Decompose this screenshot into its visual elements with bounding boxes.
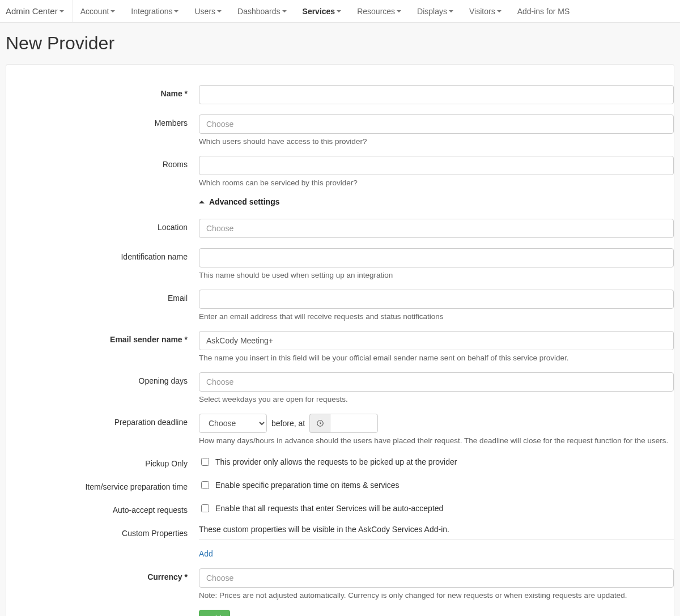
- nav-item-label: Resources: [357, 7, 395, 16]
- pickup-only-checkbox[interactable]: [201, 458, 209, 466]
- pickup-only-row[interactable]: This provider only allows the requests t…: [199, 455, 674, 468]
- auto-accept-row[interactable]: Enable that all requests that enter Serv…: [199, 502, 674, 514]
- email-label: Email: [6, 290, 199, 303]
- form-panel: Name * Members Which users should have a…: [6, 64, 674, 616]
- chevron-down-icon: [110, 10, 115, 12]
- caret-up-icon: [199, 201, 205, 203]
- prep-time-label: Item/service preparation time: [6, 478, 199, 491]
- members-input[interactable]: [199, 114, 674, 134]
- email-sender-input[interactable]: [199, 331, 674, 350]
- location-label: Location: [6, 219, 199, 232]
- nav-item-integrations[interactable]: Integrations: [123, 0, 186, 22]
- chevron-down-icon: [449, 10, 453, 12]
- prep-time-checkbox[interactable]: [201, 481, 209, 489]
- prep-deadline-label: Preparation deadline: [6, 414, 199, 427]
- rooms-help: Which rooms can be serviced by this prov…: [199, 179, 674, 187]
- nav-item-label: Services: [303, 7, 335, 16]
- page-title: New Provider: [6, 33, 680, 54]
- prep-deadline-help: How many days/hours in advance should th…: [199, 436, 674, 445]
- chevron-down-icon: [282, 10, 287, 12]
- nav-item-label: Users: [194, 7, 215, 16]
- identification-input[interactable]: [199, 248, 674, 267]
- nav-items: AccountIntegrationsUsersDashboardsServic…: [73, 0, 578, 22]
- nav-item-users[interactable]: Users: [186, 0, 230, 22]
- nav-item-dashboards[interactable]: Dashboards: [230, 0, 295, 22]
- prep-deadline-select[interactable]: Choose: [199, 414, 267, 433]
- custom-props-label: Custom Properties: [6, 525, 199, 538]
- rooms-input[interactable]: [199, 156, 674, 175]
- chevron-down-icon: [397, 10, 401, 12]
- nav-item-add-ins-for-ms[interactable]: Add-ins for MS: [509, 0, 578, 22]
- nav-item-account[interactable]: Account: [73, 0, 124, 22]
- email-input[interactable]: [199, 290, 674, 309]
- pickup-only-label: Pickup Only: [6, 455, 199, 468]
- nav-item-label: Add-ins for MS: [517, 7, 570, 16]
- pickup-only-text: This provider only allows the requests t…: [215, 457, 457, 466]
- nav-item-services[interactable]: Services: [295, 0, 350, 22]
- nav-item-label: Account: [80, 7, 109, 16]
- clock-icon: [309, 414, 330, 433]
- nav-brand-label: Admin Center: [6, 6, 58, 16]
- nav-item-label: Dashboards: [237, 7, 280, 16]
- chevron-down-icon: [497, 10, 502, 12]
- chevron-down-icon: [174, 10, 178, 12]
- nav-item-visitors[interactable]: Visitors: [461, 0, 509, 22]
- nav-item-label: Displays: [417, 7, 447, 16]
- members-help: Which users should have access to this p…: [199, 137, 674, 146]
- add-button[interactable]: Add: [199, 610, 230, 616]
- opening-days-label: Opening days: [6, 372, 199, 385]
- auto-accept-text: Enable that all requests that enter Serv…: [215, 504, 443, 513]
- identification-help: This name should be used when setting up…: [199, 271, 674, 279]
- nav-brand[interactable]: Admin Center: [0, 0, 73, 22]
- nav-item-label: Integrations: [131, 7, 172, 16]
- prep-deadline-time-input[interactable]: [330, 414, 378, 433]
- opening-days-help: Select weekdays you are open for request…: [199, 395, 674, 403]
- prep-time-row[interactable]: Enable specific preparation time on item…: [199, 478, 674, 491]
- email-sender-help: The name you insert in this field will b…: [199, 354, 674, 362]
- currency-label: Currency *: [6, 568, 199, 581]
- chevron-down-icon: [217, 10, 222, 12]
- nav-item-label: Visitors: [469, 7, 495, 16]
- advanced-settings-label: Advanced settings: [209, 197, 279, 206]
- auto-accept-label: Auto-accept requests: [6, 502, 199, 515]
- members-label: Members: [6, 114, 199, 128]
- email-sender-label: Email sender name *: [6, 331, 199, 344]
- custom-props-add-link[interactable]: Add: [199, 549, 213, 558]
- name-label: Name *: [6, 85, 199, 98]
- currency-input[interactable]: [199, 568, 674, 588]
- identification-label: Identification name: [6, 248, 199, 261]
- custom-props-help: These custom properties will be visible …: [199, 525, 674, 534]
- opening-days-input[interactable]: [199, 372, 674, 392]
- nav-item-displays[interactable]: Displays: [409, 0, 461, 22]
- chevron-down-icon: [337, 10, 341, 12]
- prep-deadline-before-at: before, at: [271, 419, 305, 428]
- email-help: Enter an email address that will receive…: [199, 312, 674, 321]
- prep-time-text: Enable specific preparation time on item…: [215, 481, 399, 490]
- name-input[interactable]: [199, 85, 674, 104]
- nav-item-resources[interactable]: Resources: [349, 0, 409, 22]
- currency-help: Note: Prices are not adjusted automatica…: [199, 591, 674, 600]
- advanced-settings-toggle[interactable]: Advanced settings: [199, 197, 674, 206]
- location-input[interactable]: [199, 219, 674, 238]
- divider: [199, 539, 674, 540]
- top-navbar: Admin Center AccountIntegrationsUsersDas…: [0, 0, 680, 23]
- chevron-down-icon: [60, 10, 64, 12]
- auto-accept-checkbox[interactable]: [201, 504, 209, 512]
- rooms-label: Rooms: [6, 156, 199, 169]
